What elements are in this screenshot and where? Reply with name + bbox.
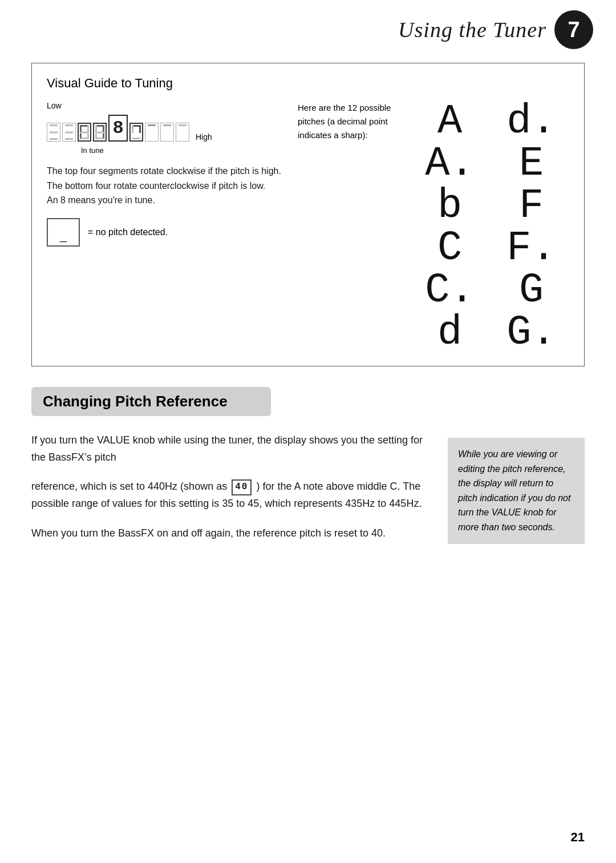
display-high-3: [160, 123, 174, 142]
display-low-3: [78, 123, 91, 142]
pitch-char-b: b: [412, 185, 488, 227]
guide-left: Low: [47, 101, 292, 353]
low-label: Low: [47, 101, 292, 110]
pitch-char-d: d: [412, 312, 488, 353]
display-in-tune: 8: [108, 115, 128, 142]
pitch-main-content: If you turn the VALUE knob while using t…: [31, 432, 431, 554]
no-pitch-display: _: [47, 218, 80, 247]
pitch-section-layout: If you turn the VALUE knob while using t…: [31, 432, 585, 554]
no-pitch-symbol: _: [60, 228, 67, 243]
display-low-2: [62, 123, 76, 142]
pitch-char-Fsharp: F.: [493, 228, 569, 269]
high-label: High: [196, 132, 212, 142]
visual-guide-title: Visual Guide to Tuning: [47, 76, 569, 91]
no-pitch-row: _ = no pitch detected.: [47, 218, 292, 247]
main-content: Visual Guide to Tuning Low: [31, 63, 585, 554]
in-tune-label: In tune: [81, 146, 292, 155]
display-low-1: [47, 123, 60, 142]
pitch-reference-display: 40: [232, 479, 252, 495]
section-heading: Changing Pitch Reference: [43, 393, 260, 410]
pitch-sidebar: While you are viewing or editing the pit…: [448, 438, 585, 544]
pitch-char-Asharp: A.: [412, 143, 488, 184]
display-high-1: [129, 123, 143, 142]
pitch-char-Csharp: C.: [412, 270, 488, 311]
pitch-desc: Here are the 12 possible pitches (a deci…: [292, 101, 406, 353]
page-header: Using the Tuner 7: [398, 10, 593, 49]
pitch-characters-grid: A d. A. E b F C F. C. G d G.: [406, 101, 569, 353]
section-heading-bar: Changing Pitch Reference: [31, 387, 271, 416]
guide-description: The top four segments rotate clockwise i…: [47, 164, 292, 208]
pitch-char-F: F: [493, 185, 569, 227]
display-high-2: [145, 123, 159, 142]
chapter-number: 7: [554, 10, 593, 49]
pitch-paragraph-2: reference, which is set to 440Hz (shown …: [31, 478, 431, 512]
pitch-char-A: A: [412, 101, 488, 142]
sidebar-text: While you are viewing or editing the pit…: [458, 449, 570, 532]
pitch-char-Gsharp: G.: [493, 312, 569, 353]
pitch-paragraph-3: When you turn the BassFX on and off agai…: [31, 525, 431, 542]
changing-pitch-section: Changing Pitch Reference If you turn the…: [31, 387, 585, 554]
pitch-char-E: E: [493, 143, 569, 184]
pitch-char-dsharp: d.: [493, 101, 569, 142]
pitch-char-C: C: [412, 228, 488, 269]
pitch-description: Here are the 12 possible pitches (a deci…: [298, 103, 391, 140]
chapter-title: Using the Tuner: [398, 17, 546, 42]
pitch-char-G: G: [493, 270, 569, 311]
display-high-4: [176, 123, 189, 142]
visual-guide-box: Visual Guide to Tuning Low: [31, 63, 585, 366]
no-pitch-text: = no pitch detected.: [88, 227, 168, 237]
page-number: 21: [571, 830, 585, 845]
tuning-display-row: 8: [47, 115, 292, 142]
display-low-4: [93, 123, 107, 142]
pitch-paragraph-1: If you turn the VALUE knob while using t…: [31, 432, 431, 466]
